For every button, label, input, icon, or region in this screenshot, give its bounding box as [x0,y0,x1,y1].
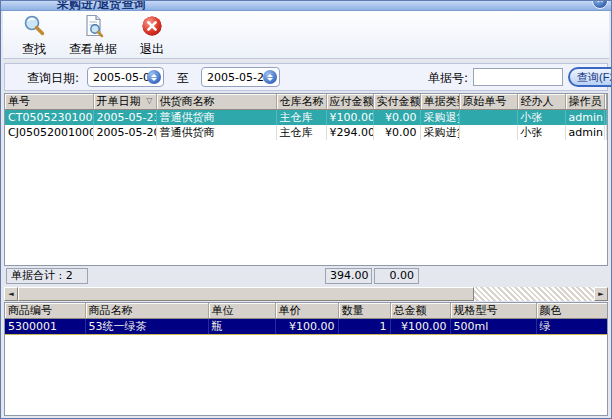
query-panel: 查询日期: 2005-05-01 至 2005-05-23 单据号: 查询(F2… [4,63,608,91]
exit-icon [139,13,165,42]
date-to-field[interactable]: 2005-05-23 [201,67,280,87]
orders-table: 单号 开单日期▽ 供货商名称 仓库名称 应付金额 实付金额 单据类型 原始单号 … [4,93,608,266]
exit-button[interactable]: 退出 [134,12,170,57]
col-header-spec[interactable]: 规格型号 [450,303,536,319]
payable-total: 394.00 [325,268,372,284]
cell-quantity[interactable]: 1 [338,319,390,335]
title-bar: 采购进/退货查询 ✕ [1,1,611,11]
cell-warehouse[interactable]: 主仓库 [276,110,326,126]
col-header-payable[interactable]: 应付金额 [326,94,373,110]
date-from-spinner-icon[interactable] [147,70,161,84]
col-header-order-no[interactable]: 单号 [5,94,93,110]
col-header-operator[interactable]: 操作员 [565,94,604,110]
cell-amount[interactable]: ¥100.00 [390,319,450,335]
cell-payable[interactable]: ¥100.00 [326,110,373,126]
col-header-supplier[interactable]: 供货商名称 [156,94,276,110]
col-header-original-no[interactable]: 原始单号 [459,94,517,110]
col-header-unit-price[interactable]: 单价 [275,303,338,319]
col-header-amount[interactable]: 总金额 [390,303,450,319]
date-to-value: 2005-05-23 [207,71,271,84]
col-header-doc-type[interactable]: 单据类型 [420,94,459,110]
items-table: 商品编号 商品名称 单位 单价 数量 总金额 规格型号 颜色 5300001 5… [4,302,608,416]
col-header-unit[interactable]: 单位 [208,303,275,319]
cell-item-name[interactable]: 53统一绿茶 [85,319,208,335]
sort-descending-icon: ▽ [146,96,152,105]
search-icon [21,13,47,42]
app-window: 采购进/退货查询 ✕ 查找 [0,0,612,419]
cell-filler [604,125,607,140]
close-icon[interactable]: ✕ [592,1,608,9]
query-date-label: 查询日期: [27,70,79,87]
cell-supplier[interactable]: 普通供货商 [156,125,276,140]
cell-filler [604,110,607,126]
doc-no-label: 单据号: [428,70,468,87]
horizontal-scrollbar[interactable]: ◄ ► [4,287,608,301]
scrollbar-track[interactable] [474,287,594,301]
col-header-item-name[interactable]: 商品名称 [85,303,208,319]
scroll-left-icon[interactable]: ◄ [4,287,18,301]
col-header-order-date[interactable]: 开单日期▽ [93,94,156,110]
col-header-color[interactable]: 颜色 [536,303,608,319]
col-header-warehouse[interactable]: 仓库名称 [276,94,326,110]
table-row[interactable]: CJ050520010001 2005-05-20 普通供货商 主仓库 ¥294… [5,125,607,140]
exit-button-label: 退出 [140,43,164,56]
cell-order-no[interactable]: CJ050520010001 [5,125,93,140]
find-button[interactable]: 查找 [16,12,52,57]
cell-original-no[interactable] [459,125,517,140]
col-header-item-code[interactable]: 商品编号 [5,303,85,319]
table-row[interactable]: 5300001 53统一绿茶 瓶 ¥100.00 1 ¥100.00 500ml… [5,319,608,335]
col-header-paid[interactable]: 实付金额 [373,94,420,110]
cell-item-code[interactable]: 5300001 [5,319,85,335]
col-header-quantity[interactable]: 数量 [338,303,390,319]
cell-order-date[interactable]: 2005-05-20 [93,125,156,140]
col-header-order-date-label: 开单日期 [97,95,141,108]
date-to-spinner-icon[interactable] [263,70,277,84]
col-header-filler [604,94,607,110]
cell-spec[interactable]: 500ml [450,319,536,335]
cell-order-date[interactable]: 2005-05-23 [93,110,156,126]
toolbar: 查找 查看单据 [3,11,609,59]
cell-handler[interactable]: 小张 [517,125,565,140]
cell-paid[interactable]: ¥0.00 [373,110,420,126]
cell-order-no[interactable]: CT050523010001 [5,110,93,126]
cell-payable[interactable]: ¥294.00 [326,125,373,140]
doc-no-input[interactable] [473,68,563,86]
cell-unit[interactable]: 瓶 [208,319,275,335]
search-f2-button[interactable]: 查询(F2) [568,67,612,87]
col-header-handler[interactable]: 经办人 [517,94,565,110]
window-title: 采购进/退货查询 [57,1,145,11]
cell-doc-type[interactable]: 采购退货 [420,110,459,126]
items-header-row: 商品编号 商品名称 单位 单价 数量 总金额 规格型号 颜色 [5,303,608,319]
table-row[interactable]: CT050523010001 2005-05-23 普通供货商 主仓库 ¥100… [5,110,607,126]
doc-count-total: 单据合计 : 2 [6,268,88,284]
view-document-button[interactable]: 查看单据 [64,12,122,57]
cell-operator[interactable]: admin [565,110,604,126]
view-document-icon [80,13,106,42]
cell-color[interactable]: 绿 [536,319,608,335]
cell-unit-price[interactable]: ¥100.00 [275,319,338,335]
cell-operator[interactable]: admin [565,125,604,140]
view-document-button-label: 查看单据 [69,43,117,56]
cell-handler[interactable]: 小张 [517,110,565,126]
find-button-label: 查找 [22,43,46,56]
scrollbar-thumb[interactable] [18,287,474,301]
cell-doc-type[interactable]: 采购进货 [420,125,459,140]
cell-paid[interactable]: ¥0.00 [373,125,420,140]
cell-supplier[interactable]: 普通供货商 [156,110,276,126]
cell-original-no[interactable] [459,110,517,126]
to-label: 至 [177,70,189,87]
cell-warehouse[interactable]: 主仓库 [276,125,326,140]
orders-header-row: 单号 开单日期▽ 供货商名称 仓库名称 应付金额 实付金额 单据类型 原始单号 … [5,94,607,110]
client-area: 查找 查看单据 [3,11,609,416]
scroll-right-icon[interactable]: ► [594,287,608,301]
date-from-field[interactable]: 2005-05-01 [87,67,164,87]
paid-total: 0.00 [374,268,419,284]
